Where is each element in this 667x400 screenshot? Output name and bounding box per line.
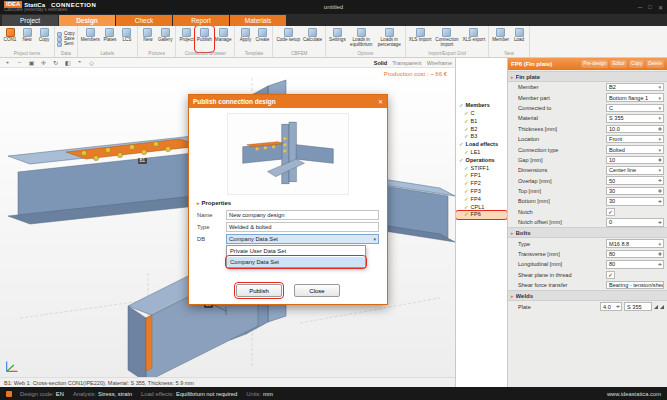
website-link[interactable]: www.ideastatica.com xyxy=(607,391,661,397)
dialog-field-value[interactable]: Company Data Set xyxy=(226,234,379,244)
ribbon-button-icon xyxy=(385,28,394,37)
property-value[interactable]: 10 xyxy=(606,156,664,165)
property-value[interactable]: 30 xyxy=(606,187,664,196)
viewport-3d[interactable]: +−▣✛↻◧◓◇ SolidTransparentWireframe xyxy=(0,58,455,387)
top-view-icon[interactable]: ◓ xyxy=(75,59,84,66)
dropdown-option[interactable]: Private User Data Set xyxy=(227,246,365,257)
tree-item[interactable]: ✓ Load effects xyxy=(456,141,507,149)
ribbon-button[interactable]: XLS import xyxy=(408,27,433,51)
ribbon-button[interactable]: Copy xyxy=(36,27,52,51)
ribbon-button[interactable]: Member xyxy=(491,27,510,51)
tree-item[interactable]: ✓ STIFF1 xyxy=(456,164,507,172)
ribbon-button[interactable]: Manage xyxy=(214,27,233,51)
tree-item[interactable]: ✓ CPL1 xyxy=(456,203,507,211)
property-value[interactable]: Front xyxy=(606,135,664,144)
view-mode-button[interactable]: Transparent xyxy=(392,60,421,66)
tree-item[interactable]: ✓ Operations xyxy=(456,157,507,165)
member-label[interactable]: B1 xyxy=(138,158,147,164)
ribbon-button[interactable]: Loads in equilibrium xyxy=(348,27,375,51)
front-view-icon[interactable]: ◧ xyxy=(63,59,72,66)
property-value[interactable]: 4.0 xyxy=(600,302,622,311)
property-value[interactable]: 50 xyxy=(606,176,664,185)
properties-header-button[interactable]: Pre-design xyxy=(581,60,608,68)
ribbon-button[interactable]: Gallery xyxy=(157,27,174,51)
ribbon-button[interactable]: CON1 xyxy=(2,27,18,51)
iso-view-icon[interactable]: ◇ xyxy=(87,59,96,66)
tree-item[interactable]: ✓ FP1 xyxy=(456,172,507,180)
ribbon-button[interactable]: LCS xyxy=(119,27,135,51)
ribbon-group-label: Connection Browser xyxy=(178,51,232,57)
tree-item[interactable]: ✓ FP4 xyxy=(456,196,507,204)
dialog-titlebar[interactable]: Publish connection design ✕ xyxy=(189,95,387,108)
tree-item[interactable]: ✓ FP3 xyxy=(456,188,507,196)
zoom-fit-icon[interactable]: ▣ xyxy=(27,59,36,66)
ribbon-tab[interactable]: Project xyxy=(2,15,58,26)
ribbon-button[interactable]: Connection import xyxy=(433,27,460,51)
dialog-field-value[interactable]: Welded & bolted xyxy=(226,222,379,232)
view-mode-button[interactable]: Wireframe xyxy=(427,60,452,66)
zoom-in-icon[interactable]: + xyxy=(3,59,12,66)
close-icon[interactable]: ✕ xyxy=(658,4,663,11)
property-value[interactable]: ✓ xyxy=(606,271,615,279)
publish-button[interactable]: Publish xyxy=(236,284,282,297)
ribbon-tab[interactable]: Check xyxy=(116,15,172,26)
ribbon-button[interactable]: Plates xyxy=(102,27,118,51)
dialog-field-value[interactable]: New company design xyxy=(226,210,379,220)
ribbon-button[interactable]: New xyxy=(19,27,35,51)
zoom-out-icon[interactable]: − xyxy=(15,59,24,66)
ribbon-button-label: Connection import xyxy=(434,38,459,48)
property-value[interactable]: Bearing - tension/shear xyxy=(606,281,664,290)
dropdown-option[interactable]: Company Data Set xyxy=(227,257,365,268)
property-value[interactable]: 80 xyxy=(606,260,664,269)
view-mode-button[interactable]: Solid xyxy=(374,60,387,66)
ribbon-button[interactable]: Calculate xyxy=(302,27,323,51)
ribbon-button[interactable]: XLS export xyxy=(461,27,486,51)
rotate-icon[interactable]: ↻ xyxy=(51,59,60,66)
tree-item[interactable]: ✓ B3 xyxy=(456,133,507,141)
ribbon-button[interactable]: Loads in percentage xyxy=(376,27,403,51)
ribbon-button[interactable]: Members xyxy=(80,27,101,51)
tree-item[interactable]: ✓ LE1 xyxy=(456,149,507,157)
property-value-secondary[interactable]: S 355 xyxy=(624,302,652,311)
tree-item[interactable]: ✓ FP2 xyxy=(456,180,507,188)
maximize-icon[interactable]: □ xyxy=(648,4,652,11)
ribbon-button[interactable]: Sent xyxy=(57,42,75,47)
tree-item[interactable]: ✓ C xyxy=(456,110,507,118)
ribbon-button[interactable]: Publish xyxy=(196,27,213,51)
tree-item[interactable]: ✓ Members xyxy=(456,102,507,110)
property-value[interactable]: Bottom flange 1 xyxy=(606,93,664,102)
ribbon-tab[interactable]: Design xyxy=(59,15,115,26)
ribbon-button[interactable]: Apply xyxy=(237,27,253,51)
dialog-close-button[interactable]: Close xyxy=(294,284,340,297)
ribbon-tab[interactable]: Report xyxy=(173,15,229,26)
ribbon-tab[interactable]: Materials xyxy=(230,15,286,26)
pan-icon[interactable]: ✛ xyxy=(39,59,48,66)
property-value[interactable]: M16 8.8 xyxy=(606,239,664,248)
property-value[interactable]: 10.0 xyxy=(606,125,664,134)
property-value[interactable]: Center line xyxy=(606,166,664,175)
tree-item[interactable]: ✓ B2 xyxy=(456,125,507,133)
ribbon-button[interactable]: Settings xyxy=(328,27,347,51)
property-value[interactable]: 0 xyxy=(606,218,664,227)
property-value[interactable]: ✓ xyxy=(606,208,615,216)
property-value[interactable]: 80 xyxy=(606,250,664,259)
minimize-icon[interactable]: ─ xyxy=(638,4,642,11)
properties-header-button[interactable]: Copy xyxy=(629,60,644,68)
tree-item[interactable]: ✓ B1 xyxy=(456,118,507,126)
ribbon-button[interactable]: Load xyxy=(511,27,527,51)
property-value[interactable]: 30 xyxy=(606,197,664,206)
property-value[interactable]: Bolted xyxy=(606,145,664,154)
tree-item[interactable]: ✓ FP6 xyxy=(456,211,507,219)
property-value[interactable]: B2 xyxy=(606,83,664,92)
ribbon-button[interactable]: Project xyxy=(178,27,194,51)
ribbon-button[interactable]: New xyxy=(140,27,156,51)
properties-header-button[interactable]: Delete xyxy=(646,60,664,68)
dialog-close-icon[interactable]: ✕ xyxy=(378,98,383,105)
ribbon-button[interactable]: Create xyxy=(254,27,270,51)
properties-rows: ▸ Fin plate ▸ Member B2 xyxy=(508,70,667,387)
document-title: untitled xyxy=(0,4,667,10)
ribbon-button[interactable]: Code setup xyxy=(275,27,301,51)
property-value[interactable]: C xyxy=(606,104,664,113)
property-value[interactable]: S 355 xyxy=(606,114,664,123)
properties-header-button[interactable]: Editor xyxy=(610,60,627,68)
